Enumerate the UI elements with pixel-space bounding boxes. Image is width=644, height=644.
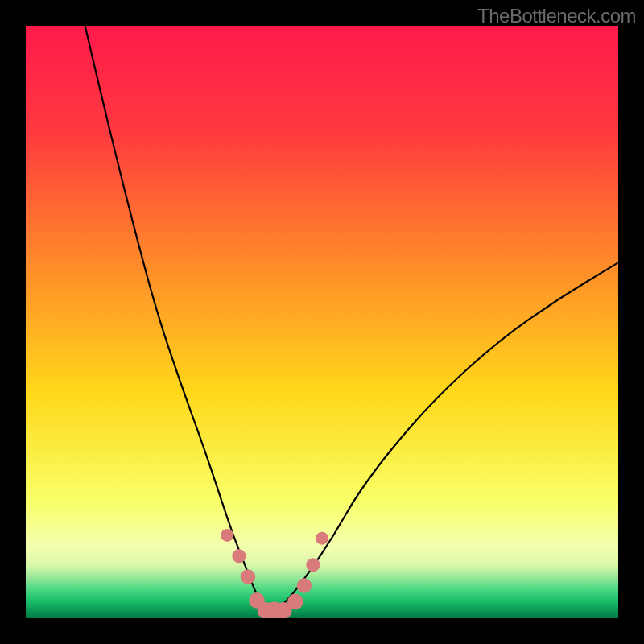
curve-marker — [287, 594, 303, 610]
bottleneck-chart — [26, 26, 618, 618]
gradient-background — [26, 26, 618, 618]
curve-marker — [297, 578, 312, 592]
curve-marker — [241, 569, 255, 584]
watermark-text: TheBottleneck.com — [477, 5, 636, 27]
curve-marker — [221, 529, 233, 542]
chart-frame: TheBottleneck.com — [0, 0, 644, 644]
plot-area — [26, 26, 618, 618]
curve-marker — [306, 558, 320, 572]
curve-marker — [316, 532, 328, 545]
curve-marker — [232, 549, 246, 563]
